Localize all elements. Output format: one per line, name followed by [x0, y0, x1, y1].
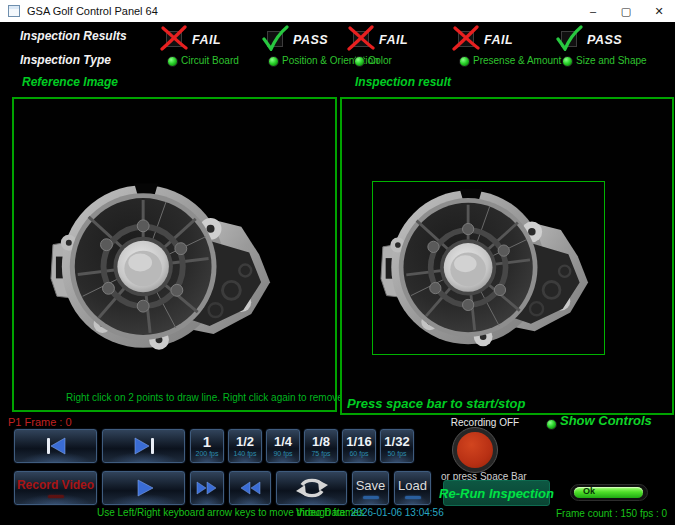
minimize-button[interactable]: –: [577, 0, 609, 22]
type-led-icon: [562, 56, 573, 67]
fast-forward-button[interactable]: [189, 470, 225, 506]
video-date-label: Video Date:: [296, 507, 348, 518]
window-title: GSA Golf Control Panel 64: [27, 0, 158, 22]
result-text: PASS: [587, 33, 622, 47]
result-text: FAIL: [379, 33, 408, 47]
fast-forward-icon: [194, 480, 220, 496]
inspection-result-title: Inspection result: [355, 75, 451, 89]
button-glint: [405, 496, 421, 499]
rewind-icon: [237, 480, 263, 496]
reference-image-panel[interactable]: Right click on 2 points to draw line. Ri…: [12, 97, 337, 412]
close-button[interactable]: ✕: [643, 0, 675, 22]
button-glint: [48, 495, 64, 498]
maximize-button[interactable]: ▢: [610, 0, 642, 22]
speed-button-1-16[interactable]: 1/16 60 fps: [341, 428, 377, 464]
button-glint: [363, 496, 379, 499]
record-icon: [457, 432, 493, 468]
show-controls-led-icon[interactable]: [546, 419, 557, 430]
inspection-results-label: Inspection Results: [20, 29, 127, 43]
previous-frame-icon: [41, 436, 71, 456]
loop-icon: [294, 476, 330, 500]
inspection-result-panel[interactable]: Press space bar to start/stop: [340, 97, 674, 415]
pass-check-icon: [554, 25, 584, 51]
play-icon: [132, 478, 156, 498]
speed-button-1-8[interactable]: 1/8 75 fps: [303, 428, 339, 464]
type-led-icon: [354, 56, 365, 67]
rewind-button[interactable]: [228, 470, 272, 506]
type-led-icon: [167, 56, 178, 67]
pass-check-icon: [260, 25, 290, 51]
recording-status-label: Recording OFF: [450, 417, 520, 428]
type-text: Presense & Amount: [473, 55, 561, 66]
result-text: FAIL: [192, 33, 221, 47]
record-video-button[interactable]: Record Video: [13, 470, 98, 506]
video-date: Video Date: 2026-01-06 13:04:56: [296, 507, 444, 518]
rerun-inspection-button[interactable]: Re-Run Inspection: [443, 480, 550, 506]
frame-counter-label: P1 Frame : 0: [8, 416, 72, 428]
result-text: PASS: [293, 33, 328, 47]
frame-count-label: Frame count : 150 fps : 0: [556, 508, 667, 519]
type-text: Circuit Board: [181, 55, 239, 66]
speed-button-1-32[interactable]: 1/32 50 fps: [379, 428, 415, 464]
inspection-type-label: Inspection Type: [20, 53, 111, 67]
title-bar: GSA Golf Control Panel 64 – ▢ ✕: [0, 0, 675, 22]
fail-x-icon: [159, 25, 189, 51]
record-button[interactable]: [452, 427, 498, 473]
detection-bounding-box: [372, 181, 605, 355]
reference-part-image: [47, 179, 275, 353]
type-text: Color: [368, 55, 392, 66]
app-window: GSA Golf Control Panel 64 – ▢ ✕ Inspecti…: [0, 0, 675, 525]
reference-panel-hint: Right click on 2 points to draw line. Ri…: [66, 392, 364, 403]
fail-x-icon: [451, 25, 481, 51]
speed-button-1[interactable]: 1 200 fps: [189, 428, 225, 464]
type-led-icon: [268, 56, 279, 67]
result-text: FAIL: [484, 33, 513, 47]
ok-indicator[interactable]: Ok: [570, 484, 648, 501]
speed-button-1-2[interactable]: 1/2 140 fps: [227, 428, 263, 464]
next-frame-button[interactable]: [101, 428, 186, 464]
load-button[interactable]: Load: [393, 470, 432, 506]
type-text: Size and Shape: [576, 55, 647, 66]
next-frame-icon: [129, 436, 159, 456]
show-controls-label[interactable]: Show Controls: [560, 413, 652, 428]
previous-frame-button[interactable]: [13, 428, 98, 464]
reference-image-title: Reference Image: [22, 75, 118, 89]
video-date-value: 2026-01-06 13:04:56: [351, 507, 444, 518]
play-button[interactable]: [101, 470, 186, 506]
speed-button-1-4[interactable]: 1/4 90 fps: [265, 428, 301, 464]
inspection-panel-hint: Press space bar to start/stop: [347, 396, 525, 411]
type-led-icon: [459, 56, 470, 67]
app-icon: [8, 5, 20, 17]
loop-button[interactable]: [275, 470, 348, 506]
save-button[interactable]: Save: [351, 470, 390, 506]
ok-indicator-label: Ok: [583, 486, 595, 496]
fail-x-icon: [346, 25, 376, 51]
